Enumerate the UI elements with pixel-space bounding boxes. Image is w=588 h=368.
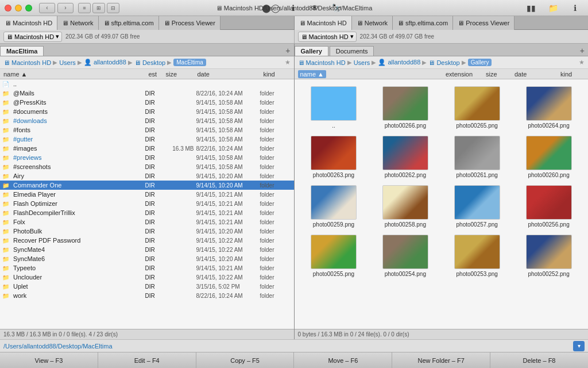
- list-item[interactable]: 📁#screenshotsDIR9/14/15, 10:58 AMfolder: [0, 162, 294, 171]
- list-item[interactable]: 📁Flash OptimizerDIR9/14/15, 10:21 AMfold…: [0, 199, 294, 208]
- list-item[interactable]: 📁@PressKitsDIR9/14/15, 10:58 AMfolder: [0, 98, 294, 107]
- list-item[interactable]: 📁#previewsDIR9/14/15, 10:58 AMfolder: [0, 153, 294, 162]
- list-item[interactable]: 📁Recover PDF PasswordDIR9/14/15, 10:22 A…: [0, 236, 294, 245]
- left-tab-process-viewer[interactable]: 🖥 Process Viewer: [159, 16, 220, 30]
- grid-item[interactable]: photo00252.png: [514, 232, 583, 279]
- right-breadcrumb-hd[interactable]: 🖥 Macintosh HD: [298, 59, 346, 66]
- list-item[interactable]: 📁FolxDIR9/14/15, 10:21 AMfolder: [0, 217, 294, 227]
- list-item[interactable]: 📁FlashDecompilerTrillixDIR9/14/15, 10:21…: [0, 208, 294, 217]
- right-breadcrumb-gallery[interactable]: Gallery: [468, 59, 492, 66]
- grid-item[interactable]: photo00263.png: [299, 133, 369, 181]
- breadcrumb-allantodd88[interactable]: 👤 allantodd88: [84, 59, 126, 66]
- move-button[interactable]: Move – F6: [294, 352, 392, 368]
- right-file-grid[interactable]: ..photo00266.pngphoto00265.pngphoto00264…: [295, 79, 589, 329]
- breadcrumb-maceltima[interactable]: MacEltima: [173, 59, 206, 66]
- breadcrumb-star[interactable]: ★: [285, 59, 291, 66]
- left-panel-tab-maceltima[interactable]: MacEltima: [0, 46, 44, 56]
- right-drive-select[interactable]: 🖥 Macintosh HD ▾: [298, 32, 357, 42]
- grid-item[interactable]: photo00256.png: [514, 183, 583, 230]
- list-item[interactable]: 📄..: [0, 79, 294, 89]
- right-col-header-name[interactable]: name ▲: [296, 70, 444, 78]
- grid-item[interactable]: photo00265.png: [442, 84, 512, 131]
- grid-item[interactable]: photo00266.png: [370, 84, 440, 131]
- list-item[interactable]: 📁#gutterDIR9/14/15, 10:58 AMfolder: [0, 135, 294, 144]
- list-item[interactable]: 📁@MailsDIR8/22/16, 10:24 AMfolder: [0, 89, 294, 98]
- right-breadcrumb-star[interactable]: ★: [579, 59, 585, 66]
- folder-icon[interactable]: 📁: [544, 2, 562, 14]
- list-item[interactable]: 📁#fontsDIR9/14/15, 10:58 AMfolder: [0, 125, 294, 135]
- minimize-button[interactable]: [15, 5, 22, 12]
- list-item[interactable]: 📁TypeetoDIR9/14/15, 10:21 AMfolder: [0, 263, 294, 273]
- breadcrumb-users[interactable]: Users: [59, 59, 76, 66]
- col-header-kind[interactable]: kind: [261, 71, 293, 78]
- grid-item[interactable]: ..: [299, 84, 369, 131]
- list-item[interactable]: 📁#imagesDIR16.3 MB8/22/16, 10:24 AMfolde…: [0, 144, 294, 153]
- list-item[interactable]: 📁PhotoBulkDIR9/14/15, 10:20 AMfolder: [0, 227, 294, 236]
- grid-item[interactable]: photo00261.png: [442, 133, 512, 181]
- close-button[interactable]: [5, 5, 11, 12]
- grid-item[interactable]: photo00255.png: [299, 232, 369, 279]
- file-kind: folder: [260, 136, 292, 143]
- list-item[interactable]: 📁UpletDIR3/15/16, 5:02 PMfolder: [0, 282, 294, 291]
- list-item[interactable]: 📁Elmedia PlayerDIR9/14/15, 10:21 AMfolde…: [0, 190, 294, 199]
- edit-button[interactable]: Edit – F4: [98, 352, 196, 368]
- right-panel-tab-gallery[interactable]: Gallery: [295, 46, 328, 56]
- path-dropdown-button[interactable]: ▾: [573, 341, 585, 351]
- grid-item[interactable]: photo00253.png: [442, 232, 512, 279]
- file-date: 9/14/15, 10:58 AM: [194, 155, 260, 161]
- list-item[interactable]: 📁UnclouderDIR9/14/15, 10:22 AMfolder: [0, 273, 294, 282]
- grid-item[interactable]: photo00254.png: [370, 232, 440, 279]
- copy-button[interactable]: Copy – F5: [196, 352, 295, 368]
- grid-item[interactable]: photo00264.png: [514, 84, 583, 131]
- grid-view-button[interactable]: ⊞: [92, 3, 105, 13]
- grid-item[interactable]: photo00262.png: [370, 133, 440, 181]
- left-tab-macintosh-hd[interactable]: 🖥 Macintosh HD: [0, 16, 57, 30]
- list-item[interactable]: 📁#downloadsDIR9/14/15, 10:58 AMfolder: [0, 116, 294, 125]
- column-view-button[interactable]: ⊟: [107, 3, 119, 13]
- list-view-button[interactable]: ≡: [78, 3, 91, 13]
- left-file-list[interactable]: 📄..📁@MailsDIR8/22/16, 10:24 AMfolder📁@Pr…: [0, 79, 294, 329]
- maximize-button[interactable]: [25, 5, 32, 12]
- grid-item[interactable]: photo00259.png: [299, 183, 369, 230]
- right-breadcrumb-user[interactable]: 👤 allantodd88: [378, 59, 420, 66]
- help-icon[interactable]: ℹ: [566, 2, 583, 14]
- forward-button[interactable]: ›: [57, 3, 74, 13]
- right-tab-macintosh-hd[interactable]: 🖥 Macintosh HD: [295, 16, 352, 30]
- grid-item[interactable]: photo00258.png: [370, 183, 440, 230]
- new-folder-button[interactable]: New Folder – F7: [392, 352, 490, 368]
- left-tab-sftp.eltima.com[interactable]: 🖥 sftp.eltima.com: [99, 16, 159, 30]
- breadcrumb-desktop[interactable]: 🖥 Desktop: [134, 59, 165, 66]
- grid-item-label: photo00262.png: [385, 172, 426, 178]
- list-item[interactable]: 📁SyncMate6DIR9/14/15, 10:20 AMfolder: [0, 254, 294, 263]
- panel-toggle-icon[interactable]: ▮▮: [523, 2, 540, 14]
- col-header-est[interactable]: est: [146, 71, 164, 78]
- left-tab-network[interactable]: 🖥 Network: [57, 16, 98, 30]
- list-item[interactable]: 📁Commander OneDIR9/14/15, 10:20 AMfolder: [0, 181, 294, 190]
- list-item[interactable]: 📁AiryDIR9/14/15, 10:20 AMfolder: [0, 171, 294, 181]
- right-col-header-size[interactable]: size: [483, 71, 512, 78]
- grid-item[interactable]: photo00260.png: [514, 133, 583, 181]
- list-item[interactable]: 📁#documentsDIR9/14/15, 10:58 AMfolder: [0, 107, 294, 116]
- col-header-name[interactable]: name ▲: [1, 71, 146, 78]
- right-panel-tab-documents[interactable]: Documents: [330, 46, 374, 56]
- right-breadcrumb-users[interactable]: Users: [354, 59, 370, 66]
- back-button[interactable]: ‹: [39, 3, 55, 13]
- view-button[interactable]: View – F3: [0, 352, 98, 368]
- list-item[interactable]: 📁SyncMate4DIR9/14/15, 10:22 AMfolder: [0, 245, 294, 254]
- right-col-header-kind[interactable]: kind: [558, 71, 587, 78]
- list-item[interactable]: 📁workDIR8/22/16, 10:24 AMfolder: [0, 291, 294, 300]
- grid-item[interactable]: photo00257.png: [442, 183, 512, 230]
- right-tab-process-viewer[interactable]: 🖥 Process Viewer: [453, 16, 514, 30]
- col-header-date[interactable]: date: [195, 71, 261, 78]
- right-breadcrumb-desktop[interactable]: 🖥 Desktop: [428, 59, 459, 66]
- breadcrumb-macintosh-hd[interactable]: 🖥 Macintosh HD: [3, 59, 51, 66]
- left-panel-add-tab[interactable]: +: [282, 45, 293, 56]
- right-col-header-date[interactable]: date: [512, 71, 558, 78]
- right-tab-network[interactable]: 🖥 Network: [352, 16, 393, 30]
- right-tab-sftp.eltima.com[interactable]: 🖥 sftp.eltima.com: [393, 16, 453, 30]
- right-panel-add-tab[interactable]: +: [577, 45, 588, 56]
- left-drive-select[interactable]: 🖥 Macintosh HD ▾: [3, 32, 62, 42]
- right-col-header-ext[interactable]: extension: [443, 71, 483, 78]
- delete-button[interactable]: Delete – F8: [490, 352, 588, 368]
- col-header-size[interactable]: size: [164, 71, 195, 78]
